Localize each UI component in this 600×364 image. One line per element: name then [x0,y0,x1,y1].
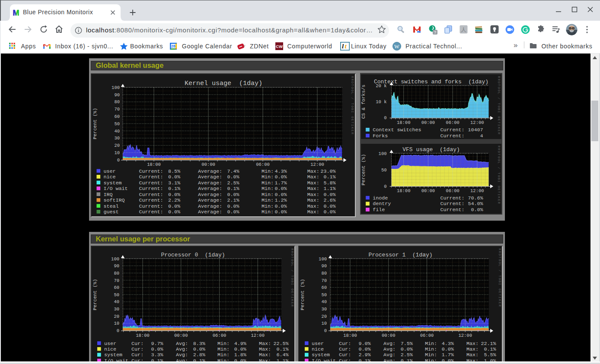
svg-text:Average:: Average: [198,192,222,198]
svg-text:100: 100 [111,256,119,262]
svg-text:8.5%: 8.5% [168,168,180,174]
svg-text:W: W [394,44,399,50]
svg-text:30: 30 [114,136,120,141]
svg-text:Average:: Average: [198,203,222,209]
svg-text:nice: nice [103,174,115,180]
svg-text:Avg:: Avg: [176,352,188,358]
svg-text:system: system [312,352,330,358]
svg-text:IRQ: IRQ [103,192,112,198]
svg-text:Cur:: Cur: [339,346,351,352]
svg-text:50: 50 [114,121,120,127]
svg-text:18:00: 18:00 [147,162,161,167]
svg-text:Cur:: Cur: [131,352,144,358]
svg-text:1.2%: 1.2% [274,197,287,203]
svg-text:10: 10 [114,321,119,326]
svg-text:user: user [104,341,116,347]
svg-text:file: file [373,207,385,213]
svg-text:Current:: Current: [139,168,163,174]
svg-text:0.0%: 0.0% [323,192,336,198]
svg-text:12:00: 12:00 [470,120,484,125]
svg-text:0.0%: 0.0% [168,174,180,180]
svg-text:10 k: 10 k [376,99,386,104]
svg-text:0: 0 [324,328,326,333]
svg-text:0.1%: 0.1% [276,346,289,352]
svg-text:Current:: Current: [139,209,163,215]
svg-text:00:00: 00:00 [174,333,188,338]
svg-text:20 k: 20 k [376,83,386,89]
svg-text:90: 90 [321,263,327,269]
svg-text:Avg:: Avg: [176,346,188,352]
svg-text:12:00: 12:00 [458,333,472,338]
svg-text:0.0%: 0.0% [274,203,287,209]
svg-text:Min:: Min: [262,168,274,174]
svg-text:Current:: Current: [139,197,163,203]
svg-text:70: 70 [114,107,120,112]
svg-text:Current:: Current: [440,127,464,133]
svg-text:00:00: 00:00 [201,162,215,167]
svg-text:人: 人 [461,27,467,33]
svg-text:50: 50 [321,292,327,298]
svg-text:Processor 0 (1day): Processor 0 (1day) [161,252,225,258]
svg-text:2.2%: 2.2% [168,197,180,203]
svg-text:100: 100 [319,256,327,262]
svg-text:22.1%: 22.1% [481,341,496,347]
svg-text:I/O wait: I/O wait [103,186,128,192]
svg-text:0.1%: 0.1% [151,358,163,361]
svg-text:1.1%: 1.1% [323,186,336,192]
svg-text:0.0%: 0.0% [323,209,336,215]
svg-text:10: 10 [114,150,120,155]
svg-text:Max:: Max: [307,168,319,174]
svg-text:Cur:: Cur: [131,341,144,347]
svg-text:Max:: Max: [259,358,271,361]
svg-text:0.0%: 0.0% [168,209,180,215]
svg-text:Min:: Min: [262,180,274,186]
svg-text:Min:: Min: [217,346,229,352]
svg-text:40: 40 [114,299,119,304]
svg-text:70.6%: 70.6% [468,195,483,201]
svg-text:Average:: Average: [198,186,222,192]
svg-text:10407: 10407 [468,127,483,133]
svg-text:4.3%: 4.3% [441,341,454,347]
svg-text:60: 60 [114,114,120,119]
svg-text:Percent (%): Percent (%) [92,279,97,310]
svg-text:9.0%: 9.0% [358,341,371,347]
svg-text:0.0%: 0.0% [400,346,413,352]
svg-text:Max:: Max: [259,352,271,358]
svg-text:Avg:: Avg: [176,358,188,361]
svg-text:0.0%: 0.0% [227,174,239,180]
svg-text:80: 80 [321,271,327,276]
svg-text:50: 50 [381,168,387,173]
svg-text:70: 70 [321,278,327,283]
svg-text:00:00: 00:00 [421,188,435,193]
svg-text:Current:: Current: [440,201,464,207]
svg-text:06:00: 06:00 [446,120,460,125]
svg-text:0.0%: 0.0% [441,358,454,361]
svg-text:1.7%: 1.7% [441,352,454,358]
svg-text:Kernel usage (1day): Kernel usage (1day) [184,80,262,87]
svg-text:0.0%: 0.0% [168,203,180,209]
svg-text:1.8%: 1.8% [234,352,246,358]
svg-text:30: 30 [114,307,119,312]
svg-text:Processor 1 (1day): Processor 1 (1day) [368,252,432,258]
svg-text:Max:: Max: [466,358,479,361]
svg-text:100: 100 [112,85,120,90]
svg-text:0.1%: 0.1% [484,346,496,352]
svg-text:Percent (%): Percent (%) [300,279,305,310]
svg-text:90: 90 [114,263,119,269]
svg-text:0.0%: 0.0% [227,192,239,198]
svg-text:Context switches: Context switches [373,127,421,133]
svg-text:0.0%: 0.0% [274,174,287,180]
svg-text:inode: inode [373,195,388,201]
svg-text:18:00: 18:00 [397,188,411,193]
svg-text:Average:: Average: [198,174,222,180]
svg-text:Forks: Forks [373,133,388,139]
svg-text:30: 30 [321,307,327,312]
svg-text:2.1%: 2.1% [227,197,239,203]
svg-text:2.6%: 2.6% [323,197,336,203]
svg-text:Avg:: Avg: [176,341,188,347]
svg-text:Cur:: Cur: [131,358,144,361]
svg-text:steal: steal [103,203,118,209]
svg-text:Max:: Max: [307,174,319,180]
svg-text:50: 50 [114,292,119,298]
svg-text:Min:: Min: [262,192,274,198]
